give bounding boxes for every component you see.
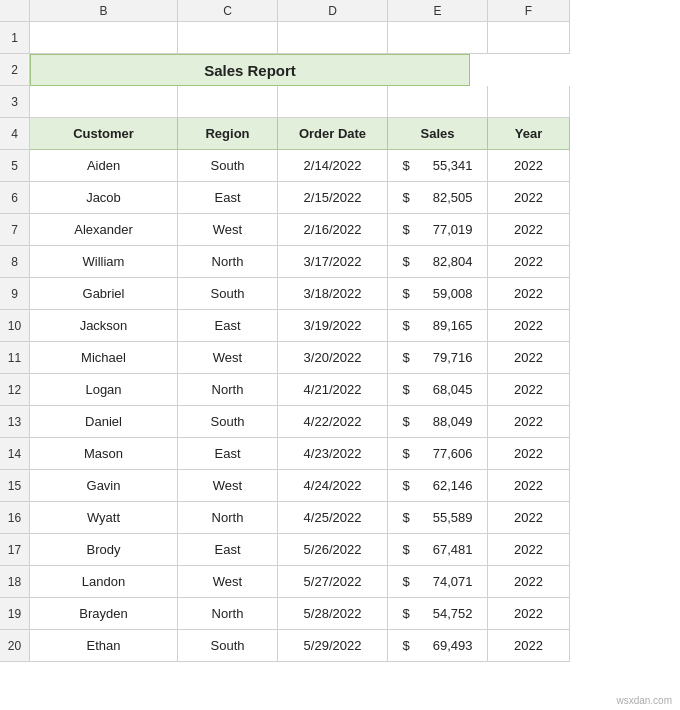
cell-sales-1[interactable]: $ 82,505 xyxy=(388,182,488,214)
cell-C1[interactable] xyxy=(178,22,278,54)
cell-sales-2[interactable]: $ 77,019 xyxy=(388,214,488,246)
cell-year-12[interactable]: 2022 xyxy=(488,534,570,566)
cell-sales-3[interactable]: $ 82,804 xyxy=(388,246,488,278)
cell-customer-0[interactable]: Aiden xyxy=(30,150,178,182)
cell-date-9[interactable]: 4/23/2022 xyxy=(278,438,388,470)
cell-year-8[interactable]: 2022 xyxy=(488,406,570,438)
cell-region-1[interactable]: East xyxy=(178,182,278,214)
cell-F1[interactable] xyxy=(488,22,570,54)
col-header-B: B xyxy=(30,0,178,22)
cell-year-11[interactable]: 2022 xyxy=(488,502,570,534)
cell-region-15[interactable]: South xyxy=(178,630,278,662)
cell-D1[interactable] xyxy=(278,22,388,54)
cell-customer-8[interactable]: Daniel xyxy=(30,406,178,438)
cell-date-4[interactable]: 3/18/2022 xyxy=(278,278,388,310)
sales-num-4: 59,008 xyxy=(425,286,473,301)
rownum-8: 8 xyxy=(0,246,30,278)
cell-region-7[interactable]: North xyxy=(178,374,278,406)
cell-customer-10[interactable]: Gavin xyxy=(30,470,178,502)
cell-year-0[interactable]: 2022 xyxy=(488,150,570,182)
sales-dollar-12: $ xyxy=(403,542,421,557)
cell-region-13[interactable]: West xyxy=(178,566,278,598)
cell-year-4[interactable]: 2022 xyxy=(488,278,570,310)
cell-date-3[interactable]: 3/17/2022 xyxy=(278,246,388,278)
cell-sales-11[interactable]: $ 55,589 xyxy=(388,502,488,534)
cell-date-11[interactable]: 4/25/2022 xyxy=(278,502,388,534)
rownum-5: 5 xyxy=(0,150,30,182)
cell-date-8[interactable]: 4/22/2022 xyxy=(278,406,388,438)
cell-sales-14[interactable]: $ 54,752 xyxy=(388,598,488,630)
cell-date-6[interactable]: 3/20/2022 xyxy=(278,342,388,374)
cell-date-5[interactable]: 3/19/2022 xyxy=(278,310,388,342)
cell-date-13[interactable]: 5/27/2022 xyxy=(278,566,388,598)
cell-sales-13[interactable]: $ 74,071 xyxy=(388,566,488,598)
cell-year-7[interactable]: 2022 xyxy=(488,374,570,406)
cell-customer-3[interactable]: William xyxy=(30,246,178,278)
cell-region-2[interactable]: West xyxy=(178,214,278,246)
cell-E1[interactable] xyxy=(388,22,488,54)
cell-customer-12[interactable]: Brody xyxy=(30,534,178,566)
cell-sales-7[interactable]: $ 68,045 xyxy=(388,374,488,406)
sales-num-6: 79,716 xyxy=(425,350,473,365)
cell-region-6[interactable]: West xyxy=(178,342,278,374)
cell-year-1[interactable]: 2022 xyxy=(488,182,570,214)
cell-region-11[interactable]: North xyxy=(178,502,278,534)
cell-date-0[interactable]: 2/14/2022 xyxy=(278,150,388,182)
cell-year-15[interactable]: 2022 xyxy=(488,630,570,662)
cell-sales-0[interactable]: $ 55,341 xyxy=(388,150,488,182)
cell-sales-4[interactable]: $ 59,008 xyxy=(388,278,488,310)
cell-region-4[interactable]: South xyxy=(178,278,278,310)
rownum-18: 18 xyxy=(0,566,30,598)
cell-date-12[interactable]: 5/26/2022 xyxy=(278,534,388,566)
cell-customer-7[interactable]: Logan xyxy=(30,374,178,406)
sales-num-5: 89,165 xyxy=(425,318,473,333)
cell-customer-11[interactable]: Wyatt xyxy=(30,502,178,534)
cell-region-9[interactable]: East xyxy=(178,438,278,470)
cell-sales-8[interactable]: $ 88,049 xyxy=(388,406,488,438)
cell-year-9[interactable]: 2022 xyxy=(488,438,570,470)
cell-sales-15[interactable]: $ 69,493 xyxy=(388,630,488,662)
cell-B3[interactable] xyxy=(30,86,178,118)
cell-customer-6[interactable]: Michael xyxy=(30,342,178,374)
cell-customer-13[interactable]: Landon xyxy=(30,566,178,598)
cell-date-1[interactable]: 2/15/2022 xyxy=(278,182,388,214)
cell-E3[interactable] xyxy=(388,86,488,118)
cell-customer-1[interactable]: Jacob xyxy=(30,182,178,214)
cell-year-10[interactable]: 2022 xyxy=(488,470,570,502)
cell-region-12[interactable]: East xyxy=(178,534,278,566)
cell-sales-9[interactable]: $ 77,606 xyxy=(388,438,488,470)
rownum-10: 10 xyxy=(0,310,30,342)
cell-region-8[interactable]: South xyxy=(178,406,278,438)
cell-B1[interactable] xyxy=(30,22,178,54)
cell-region-0[interactable]: South xyxy=(178,150,278,182)
cell-customer-5[interactable]: Jackson xyxy=(30,310,178,342)
cell-customer-15[interactable]: Ethan xyxy=(30,630,178,662)
cell-year-13[interactable]: 2022 xyxy=(488,566,570,598)
cell-customer-14[interactable]: Brayden xyxy=(30,598,178,630)
cell-year-14[interactable]: 2022 xyxy=(488,598,570,630)
cell-sales-12[interactable]: $ 67,481 xyxy=(388,534,488,566)
cell-region-5[interactable]: East xyxy=(178,310,278,342)
cell-region-10[interactable]: West xyxy=(178,470,278,502)
cell-sales-6[interactable]: $ 79,716 xyxy=(388,342,488,374)
cell-C3[interactable] xyxy=(178,86,278,118)
cell-D3[interactable] xyxy=(278,86,388,118)
cell-sales-10[interactable]: $ 62,146 xyxy=(388,470,488,502)
cell-region-3[interactable]: North xyxy=(178,246,278,278)
cell-region-14[interactable]: North xyxy=(178,598,278,630)
cell-date-7[interactable]: 4/21/2022 xyxy=(278,374,388,406)
cell-year-3[interactable]: 2022 xyxy=(488,246,570,278)
cell-date-10[interactable]: 4/24/2022 xyxy=(278,470,388,502)
cell-sales-5[interactable]: $ 89,165 xyxy=(388,310,488,342)
cell-year-5[interactable]: 2022 xyxy=(488,310,570,342)
cell-date-15[interactable]: 5/29/2022 xyxy=(278,630,388,662)
col-header-F: F xyxy=(488,0,570,22)
cell-year-6[interactable]: 2022 xyxy=(488,342,570,374)
cell-date-14[interactable]: 5/28/2022 xyxy=(278,598,388,630)
cell-customer-2[interactable]: Alexander xyxy=(30,214,178,246)
cell-date-2[interactable]: 2/16/2022 xyxy=(278,214,388,246)
cell-customer-9[interactable]: Mason xyxy=(30,438,178,470)
cell-F3[interactable] xyxy=(488,86,570,118)
cell-customer-4[interactable]: Gabriel xyxy=(30,278,178,310)
cell-year-2[interactable]: 2022 xyxy=(488,214,570,246)
